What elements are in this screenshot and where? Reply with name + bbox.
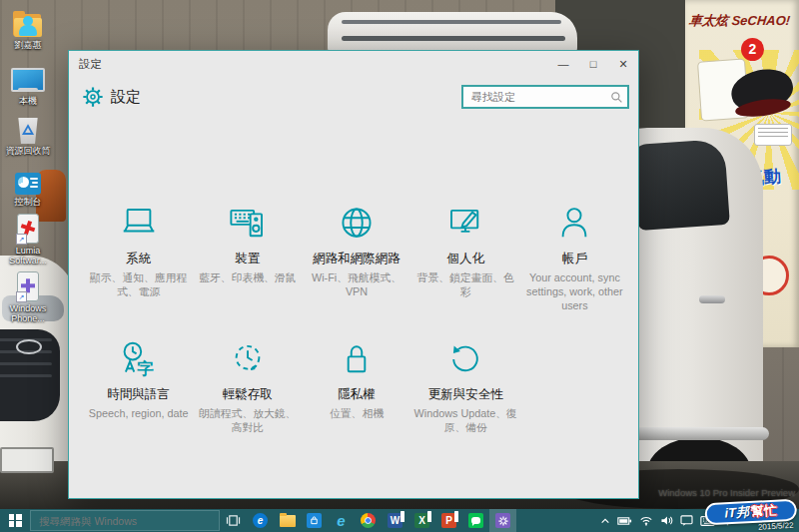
- internet-explorer-button[interactable]: e: [328, 509, 355, 532]
- desktop-icon-control-panel[interactable]: 控制台: [1, 161, 55, 207]
- control-panel-icon: [15, 173, 41, 195]
- user-folder-icon: [13, 14, 43, 38]
- screen: 車太炫 SeCHAO! 2 』 氣動 劉嘉惠 本機 資源回收筒 控制台: [0, 0, 799, 532]
- taskbar-search-input[interactable]: [31, 514, 219, 528]
- tile-time-language[interactable]: 字 時間與語言 Speech, region, date: [87, 332, 190, 436]
- desktop-icon-label: 本機: [1, 96, 55, 106]
- file-explorer-button[interactable]: [274, 509, 301, 532]
- recycle-bin-icon: [17, 118, 39, 144]
- powerpoint-page: [454, 511, 458, 522]
- privacy-lock-icon: [305, 334, 407, 380]
- taskbar: e e W X P: [0, 509, 799, 532]
- store-icon: [307, 513, 322, 528]
- desktop-icon-label: 資源回收筒: [1, 146, 55, 156]
- tile-subtitle: 顯示、通知、應用程式、電源: [87, 270, 190, 298]
- speaker-icon[interactable]: [660, 515, 673, 526]
- network-globe-icon: [305, 199, 407, 245]
- task-view-icon: [226, 514, 241, 527]
- file-explorer-icon: [280, 515, 296, 527]
- tile-title: 帳戶: [523, 251, 626, 267]
- word-button[interactable]: W: [382, 509, 408, 532]
- excel-button[interactable]: X: [408, 509, 435, 532]
- windows-logo-icon: [9, 514, 22, 527]
- settings-tile-grid: 系統 顯示、通知、應用程式、電源 裝置 藍牙、印表機、滑鼠: [87, 197, 626, 436]
- powerpoint-button[interactable]: P: [435, 509, 462, 532]
- desktop-icon-windows-phone[interactable]: ↗ Windows Phone...: [1, 267, 55, 324]
- tile-network[interactable]: 網路和網際網路 Wi-Fi、飛航模式、VPN: [305, 197, 407, 314]
- system-laptop-icon: [87, 199, 190, 245]
- badge-text-left: iT邦: [724, 503, 749, 522]
- search-icon: [610, 91, 623, 104]
- car-license-plate: [0, 447, 54, 473]
- devices-icon: [196, 199, 299, 245]
- tile-devices[interactable]: 裝置 藍牙、印表機、滑鼠: [196, 197, 299, 314]
- settings-gear-icon: [495, 513, 510, 528]
- tile-title: 裝置: [196, 251, 299, 267]
- tile-accounts[interactable]: 帳戶 Your account, sync settings, work, ot…: [523, 197, 626, 314]
- desktop-icon-label: 劉嘉惠: [1, 40, 55, 50]
- store-button[interactable]: [301, 509, 328, 532]
- car-roof-rail: [342, 20, 561, 24]
- desktop-icon-label: 控制台: [1, 197, 55, 207]
- desktop-icon-label: Lumia Softwar...: [1, 246, 55, 266]
- tile-system[interactable]: 系統 顯示、通知、應用程式、電源: [87, 197, 190, 314]
- settings-taskbar-button[interactable]: [489, 509, 516, 532]
- settings-search[interactable]: [461, 85, 629, 109]
- tile-subtitle: 背景、鎖定畫面、色彩: [414, 270, 517, 298]
- internet-explorer-icon: e: [337, 512, 345, 529]
- battery-icon[interactable]: [617, 516, 632, 526]
- badge-date: 2015/5/22: [758, 521, 794, 532]
- poster-number-badge: 2: [741, 38, 764, 61]
- word-page: [400, 511, 404, 522]
- tile-title: 系統: [87, 251, 190, 267]
- tile-subtitle: 位置、相機: [305, 406, 407, 420]
- car-roof-rail: [342, 36, 565, 41]
- edge-button[interactable]: e: [247, 509, 274, 532]
- settings-page-title: 設定: [111, 88, 141, 107]
- window-titlebar[interactable]: 設定 — □ ✕: [69, 51, 638, 77]
- badge-text-right: 幫忙: [751, 502, 778, 521]
- tile-update-security[interactable]: 更新與安全性 Windows Update、復原、備份: [414, 332, 517, 436]
- settings-header: 設定: [69, 77, 638, 123]
- car-running-board: [629, 427, 769, 440]
- window-title: 設定: [79, 57, 102, 72]
- update-security-icon: [414, 334, 517, 380]
- wifi-icon[interactable]: [639, 515, 653, 526]
- tile-subtitle: Your account, sync settings, work, other…: [523, 270, 626, 312]
- desktop-icon-user-folder[interactable]: 劉嘉惠: [1, 4, 55, 50]
- car-window: [632, 139, 730, 231]
- close-button[interactable]: ✕: [608, 51, 638, 77]
- tile-title: 個人化: [414, 251, 517, 267]
- insider-preview-watermark: Windows 10 Pro Insider Preview: [658, 487, 795, 498]
- maximize-button[interactable]: □: [578, 51, 608, 77]
- excel-page: [427, 511, 431, 522]
- windows-phone-icon: ↗: [17, 271, 39, 301]
- tile-personalization[interactable]: 個人化 背景、鎖定畫面、色彩: [414, 197, 517, 314]
- tile-title: 時間與語言: [87, 386, 190, 403]
- tile-subtitle: Windows Update、復原、備份: [414, 406, 517, 434]
- desktop-icon-this-pc[interactable]: 本機: [1, 58, 55, 106]
- task-view-button[interactable]: [220, 509, 247, 532]
- personalization-icon: [414, 199, 517, 245]
- tray-chevron-up-icon[interactable]: [600, 517, 610, 525]
- tile-subtitle: 朗讀程式、放大鏡、高對比: [196, 406, 299, 434]
- shortcut-arrow-icon: ↗: [16, 291, 27, 302]
- gear-icon: [82, 86, 104, 112]
- line-button[interactable]: [462, 509, 489, 532]
- car-roof: [328, 12, 577, 52]
- taskbar-search[interactable]: [30, 510, 220, 531]
- desktop-icon-recycle-bin[interactable]: 資源回收筒: [1, 110, 55, 156]
- desktop-icon-lumia-software[interactable]: ↗ Lumia Softwar...: [1, 210, 55, 266]
- action-center-icon[interactable]: [680, 515, 693, 526]
- time-language-glyph: 字: [137, 359, 154, 378]
- car-logo: [16, 339, 42, 354]
- tile-ease-of-access[interactable]: 輕鬆存取 朗讀程式、放大鏡、高對比: [196, 332, 299, 436]
- minimize-button[interactable]: —: [548, 51, 578, 77]
- tile-privacy[interactable]: 隱私權 位置、相機: [305, 332, 407, 436]
- chrome-button[interactable]: [355, 509, 382, 532]
- tile-title: 輕鬆存取: [196, 386, 299, 403]
- poster-title: 車太炫 SeCHAO!: [688, 12, 799, 30]
- start-button[interactable]: [0, 509, 30, 532]
- site-watermark-badge: iT邦 幫忙 2015/5/22: [704, 499, 797, 532]
- settings-search-input[interactable]: [461, 85, 629, 109]
